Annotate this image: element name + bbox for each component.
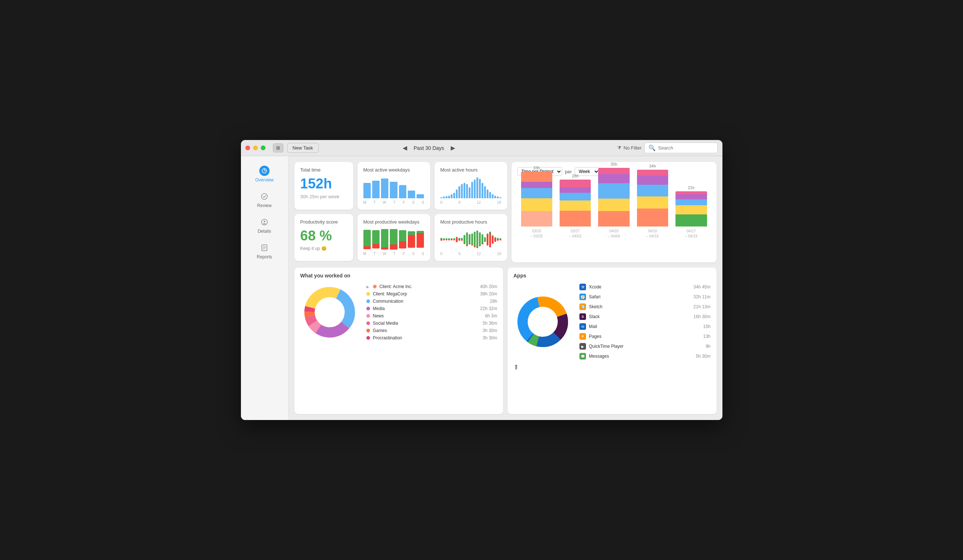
- review-icon: [259, 191, 269, 202]
- bar2-seg1: [559, 180, 591, 187]
- worked-on-card: What you worked on: [295, 267, 504, 414]
- bar-S1: [408, 191, 415, 198]
- apps-card: Apps: [507, 267, 717, 414]
- sidebar-item-reports[interactable]: Reports: [243, 239, 286, 263]
- label-F: F: [403, 201, 405, 204]
- list-item-acme: ▶ Client: Acme Inc. 40h 20m: [366, 284, 498, 289]
- ph0n: [441, 239, 442, 241]
- next-period-button[interactable]: ▶: [449, 144, 457, 152]
- slack-time: 16h 30m: [694, 314, 711, 319]
- sidebar-item-details[interactable]: Details: [243, 213, 286, 238]
- dot-media: [366, 307, 370, 311]
- minimize-button[interactable]: [253, 146, 258, 150]
- bar2-top-label: 28h: [572, 174, 578, 178]
- pw-F-pos: [399, 230, 406, 241]
- label-M: M: [363, 201, 366, 204]
- bar3-top-label: 35h: [611, 162, 617, 167]
- prod-weekday-labels: M T W T F S S: [363, 252, 424, 256]
- left-cards: Total time 152h 30h 25m per week Most ac…: [295, 162, 507, 262]
- ph10: [466, 228, 468, 250]
- per-week-value: 30h 25m: [300, 194, 319, 199]
- pw-T2: [390, 228, 397, 250]
- ph16n: [481, 243, 483, 244]
- pw-M-neg: [363, 246, 371, 249]
- xcode-time: 34h 45m: [694, 285, 711, 290]
- phl-6: 6: [459, 252, 460, 256]
- app-window: ⊞ New Task ◀ Past 30 Days ▶ ⧩ No Filter …: [241, 140, 722, 420]
- worked-on-donut: [300, 283, 359, 342]
- bar1-seg3: [521, 188, 552, 198]
- pw-W: [381, 228, 388, 250]
- new-task-button[interactable]: New Task: [287, 143, 319, 153]
- slack-name: Slack: [589, 314, 691, 319]
- pw-S2: [417, 228, 424, 250]
- sidebar-item-overview[interactable]: Overview: [243, 162, 286, 186]
- review-label: Review: [257, 203, 271, 208]
- bar2-bottom-label: 03/27– 04/02: [569, 229, 581, 239]
- sidebar-toggle-button[interactable]: ⊞: [273, 143, 284, 152]
- ph23: [499, 228, 501, 250]
- bar3-stack: [598, 168, 629, 227]
- mail-time: 15h: [703, 324, 710, 329]
- bar4-seg4: [637, 196, 668, 209]
- most-active-hours-title: Most active hours: [441, 167, 501, 173]
- bar4-top-label: 34h: [649, 164, 656, 168]
- bar4-seg5: [637, 209, 668, 227]
- quicktime-name: QuickTime Player: [589, 344, 703, 349]
- overview-icon: [259, 166, 269, 176]
- prev-period-button[interactable]: ◀: [400, 144, 409, 152]
- name-acme: Client: Acme Inc.: [379, 284, 477, 289]
- ph18: [486, 228, 488, 250]
- pl-S1: S: [412, 252, 415, 256]
- search-box[interactable]: 🔍: [644, 142, 718, 153]
- dot-games: [366, 329, 370, 332]
- worked-on-list: ▶ Client: Acme Inc. 40h 20m Client: Mega…: [366, 284, 498, 340]
- h3: [448, 196, 450, 198]
- ph13: [474, 228, 476, 250]
- bar3-seg2: [598, 174, 629, 183]
- ph12p: [471, 233, 473, 244]
- worked-on-title: What you worked on: [300, 273, 498, 278]
- sketch-icon: 💎: [579, 303, 586, 310]
- close-button[interactable]: [245, 146, 250, 150]
- search-input[interactable]: [658, 145, 713, 151]
- app-row-quicktime: ▶ QuickTime Player 9h: [579, 342, 711, 350]
- pl-M: M: [363, 252, 366, 256]
- slack-icon: S: [579, 313, 586, 320]
- h15: [479, 179, 481, 198]
- pw-T1: [372, 228, 379, 250]
- filter-area: ⧩ No Filter 🔍: [617, 142, 718, 153]
- bar5-seg5: [676, 214, 707, 227]
- bar5-seg1: [676, 191, 707, 194]
- messages-name: Messages: [589, 354, 693, 359]
- dot-acme: [373, 285, 377, 288]
- ph8n: [461, 240, 463, 241]
- ph21: [494, 228, 496, 250]
- ph22n: [497, 239, 499, 241]
- ph2n: [446, 240, 447, 240]
- safari-icon: 🧭: [579, 293, 586, 300]
- mail-name: Mail: [589, 324, 700, 329]
- sidebar: Overview Review Details Reports: [241, 156, 289, 420]
- share-button[interactable]: ⬆: [513, 363, 519, 371]
- most-active-weekdays-card: Most active weekdays: [358, 162, 430, 210]
- productive-weekday-chart: [363, 228, 424, 250]
- expand-icon[interactable]: ▶: [366, 285, 369, 289]
- name-procrastination: Procrastination: [373, 335, 480, 340]
- most-productive-hours-title: Most productive hours: [441, 219, 501, 225]
- bar5-seg4: [676, 205, 707, 214]
- pw-S1: [408, 228, 415, 250]
- label-T1: T: [373, 201, 376, 204]
- filter-button[interactable]: ⧩ No Filter: [617, 145, 641, 151]
- maximize-button[interactable]: [261, 146, 266, 150]
- weekday-labels: M T W T F S S: [363, 201, 424, 204]
- time-media: 22h 32m: [480, 306, 497, 311]
- ph9p: [464, 235, 465, 243]
- label-S1: S: [412, 201, 415, 204]
- ph17p: [484, 237, 486, 241]
- bar2-stack: [559, 180, 591, 227]
- label-6: 6: [459, 201, 460, 204]
- svg-point-5: [264, 221, 265, 222]
- sidebar-item-review[interactable]: Review: [243, 188, 286, 212]
- pw-T1-neg: [372, 244, 379, 248]
